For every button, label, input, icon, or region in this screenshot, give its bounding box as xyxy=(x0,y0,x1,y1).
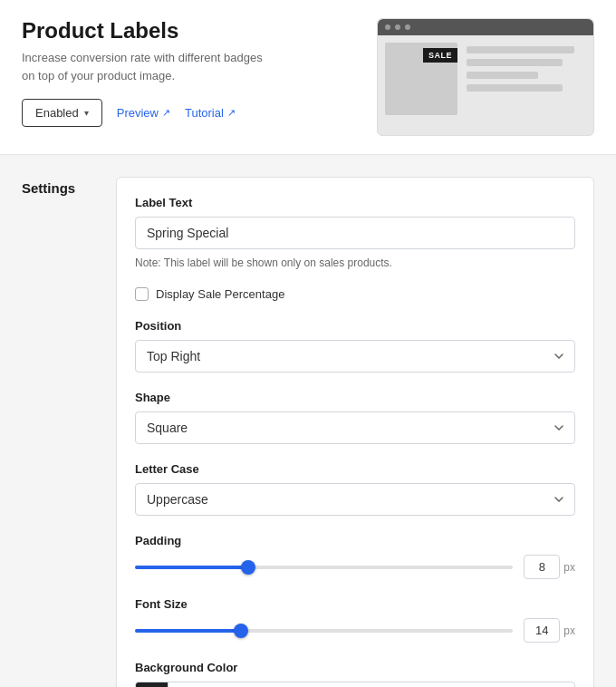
mockup-lines xyxy=(467,43,586,115)
mockup-line xyxy=(467,46,574,53)
font-size-slider-thumb[interactable] xyxy=(234,624,248,638)
enabled-label: Enabled xyxy=(35,106,79,120)
header-left: Product Labels Increase conversion rate … xyxy=(22,18,359,127)
shape-label: Shape xyxy=(135,391,575,404)
chevron-down-icon: ▾ xyxy=(84,108,89,118)
mockup-line xyxy=(467,59,563,66)
font-size-group: Font Size px xyxy=(135,597,575,643)
header-description: Increase conversion rate with different … xyxy=(22,49,275,84)
padding-slider-thumb[interactable] xyxy=(241,560,255,575)
display-sale-percentage-row: Display Sale Percentage xyxy=(135,287,575,301)
enabled-button[interactable]: Enabled ▾ xyxy=(22,99,102,127)
font-size-slider-fill xyxy=(135,629,241,633)
label-text-input[interactable] xyxy=(135,217,575,249)
font-size-slider-track[interactable] xyxy=(135,629,513,633)
letter-case-select[interactable]: Uppercase Lowercase Capitalize xyxy=(135,483,575,516)
font-size-label: Font Size xyxy=(135,597,575,611)
label-text-label: Label Text xyxy=(135,196,575,209)
external-link-icon: ↗ xyxy=(162,107,170,119)
tutorial-link[interactable]: Tutorial ↗ xyxy=(185,106,236,120)
label-text-note: Note: This label will be shown only on s… xyxy=(135,256,575,269)
padding-group: Padding px xyxy=(135,534,575,579)
position-label: Position xyxy=(135,319,575,333)
main-content: Settings Label Text Note: This label wil… xyxy=(0,155,616,687)
padding-unit: px xyxy=(563,561,575,574)
padding-value-box: px xyxy=(524,555,575,579)
padding-label: Padding xyxy=(135,534,575,547)
background-color-swatch[interactable] xyxy=(136,682,168,687)
background-color-group: Background Color xyxy=(135,661,575,687)
mockup-top-bar xyxy=(378,19,593,35)
mockup-image-area: SALE xyxy=(385,43,457,115)
external-link-icon: ↗ xyxy=(227,107,236,119)
header-section: Product Labels Increase conversion rate … xyxy=(0,0,616,155)
mockup-dot xyxy=(405,24,410,30)
page-title: Product Labels xyxy=(22,18,359,44)
sale-badge: SALE xyxy=(423,48,457,63)
settings-heading: Settings xyxy=(22,177,94,687)
font-size-slider-row: px xyxy=(135,618,575,643)
preview-mockup: SALE xyxy=(377,18,594,136)
shape-select[interactable]: Square Circle Rounded xyxy=(135,411,575,444)
position-select[interactable]: Top Right Top Left Bottom Right Bottom L… xyxy=(135,340,575,373)
display-sale-percentage-checkbox[interactable] xyxy=(135,287,149,301)
preview-label: Preview xyxy=(117,106,159,120)
padding-value-input[interactable] xyxy=(524,555,560,579)
position-group: Position Top Right Top Left Bottom Right… xyxy=(135,319,575,373)
letter-case-group: Letter Case Uppercase Lowercase Capitali… xyxy=(135,462,575,516)
shape-group: Shape Square Circle Rounded xyxy=(135,391,575,444)
font-size-unit: px xyxy=(563,624,575,637)
header-actions: Enabled ▾ Preview ↗ Tutorial ↗ xyxy=(22,99,359,127)
padding-slider-fill xyxy=(135,566,248,569)
mockup-body: SALE xyxy=(378,35,593,122)
letter-case-label: Letter Case xyxy=(135,462,575,476)
padding-slider-track[interactable] xyxy=(135,566,513,569)
settings-panel: Label Text Note: This label will be show… xyxy=(116,177,594,687)
padding-slider-row: px xyxy=(135,555,575,579)
display-sale-percentage-label[interactable]: Display Sale Percentage xyxy=(156,287,284,301)
mockup-line xyxy=(467,72,538,79)
mockup-line xyxy=(467,84,563,92)
background-color-label: Background Color xyxy=(135,661,575,674)
preview-link[interactable]: Preview ↗ xyxy=(117,106,170,120)
mockup-dot xyxy=(395,24,400,30)
background-color-wrapper xyxy=(135,682,575,687)
tutorial-label: Tutorial xyxy=(185,106,224,120)
font-size-value-input[interactable] xyxy=(524,618,560,643)
font-size-value-box: px xyxy=(524,618,575,643)
label-text-group: Label Text Note: This label will be show… xyxy=(135,196,575,269)
mockup-dot xyxy=(385,24,390,30)
